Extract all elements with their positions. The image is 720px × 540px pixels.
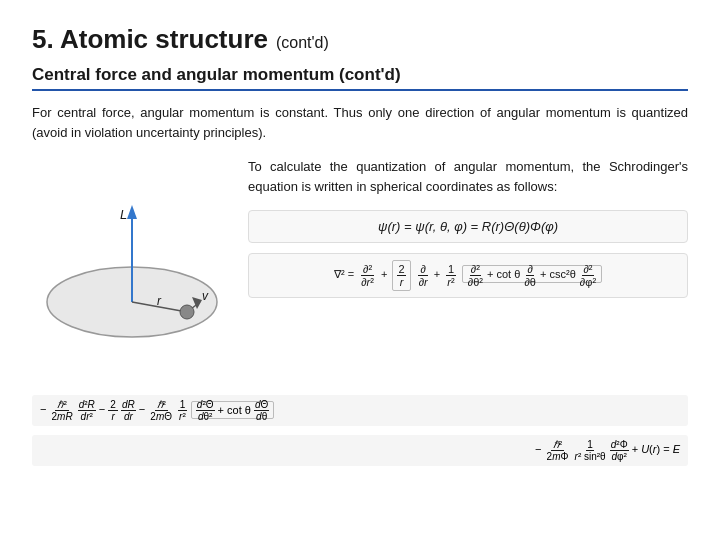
section-title: Central force and angular momentum (cont… (32, 65, 688, 91)
main-title: 5. Atomic structure (cont'd) (32, 24, 688, 55)
calc-text: To calculate the quantization of angular… (248, 157, 688, 197)
orbital-diagram: L r v (32, 157, 232, 387)
title-text: 5. Atomic structure (32, 24, 268, 55)
equation-box-2: ∇² = ∂² ∂r² + 2 r ∂ ∂r + (248, 253, 688, 298)
bottom-eq-2: − ℏ² 2mΦ 1 r² sin²θ d²Φ dφ² + U(r) = E (535, 439, 680, 462)
content-area: L r v To calculate the quantization of a… (32, 157, 688, 387)
del-squared-eq: ∇² = ∂² ∂r² + 2 r ∂ ∂r + (334, 268, 602, 280)
body-text: For central force, angular momentum is c… (32, 103, 688, 143)
svg-marker-2 (127, 205, 137, 219)
diagram-area: L r v (32, 157, 232, 387)
bottom-equations: − ℏ² 2mR d²R dr² − 2 r dR dr − (32, 395, 688, 466)
equation-1-text: ψ(r) = ψ(r, θ, φ) = R(r)Θ(θ)Φ(φ) (378, 219, 558, 234)
svg-text:L: L (120, 207, 127, 222)
right-content: To calculate the quantization of angular… (248, 157, 688, 387)
svg-point-6 (180, 305, 194, 319)
title-contd: (cont'd) (276, 34, 329, 52)
page: 5. Atomic structure (cont'd) Central for… (0, 0, 720, 540)
svg-text:v: v (202, 289, 209, 303)
bottom-eq-1: − ℏ² 2mR d²R dr² − 2 r dR dr − (40, 399, 274, 422)
equation-box-1: ψ(r) = ψ(r, θ, φ) = R(r)Θ(θ)Φ(φ) (248, 210, 688, 243)
